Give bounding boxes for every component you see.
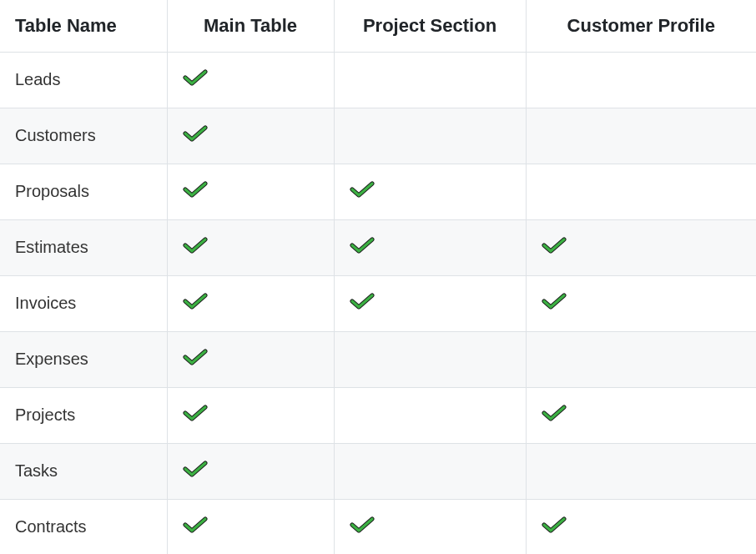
check-icon bbox=[542, 236, 567, 254]
row-name: Contracts bbox=[0, 499, 167, 554]
header-customer-profile: Customer Profile bbox=[526, 0, 756, 52]
cell-main-table bbox=[167, 443, 334, 499]
check-icon bbox=[183, 404, 208, 422]
check-icon bbox=[183, 68, 208, 87]
cell-main-table bbox=[167, 108, 334, 164]
cell-customer-profile bbox=[526, 108, 756, 164]
cell-main-table bbox=[167, 275, 334, 331]
cell-customer-profile bbox=[526, 275, 756, 331]
row-name: Customers bbox=[0, 108, 167, 164]
cell-customer-profile bbox=[526, 164, 756, 219]
row-name: Invoices bbox=[0, 275, 167, 331]
table-row: Contracts bbox=[0, 499, 756, 554]
row-name: Estimates bbox=[0, 219, 167, 275]
cell-project-section bbox=[334, 499, 526, 554]
table-row: Projects bbox=[0, 387, 756, 443]
check-icon bbox=[542, 404, 567, 422]
cell-project-section bbox=[334, 52, 526, 108]
cell-project-section bbox=[334, 164, 526, 219]
table-row: Leads bbox=[0, 52, 756, 108]
header-project-section: Project Section bbox=[334, 0, 526, 52]
cell-project-section bbox=[334, 331, 526, 387]
header-table-name: Table Name bbox=[0, 0, 167, 52]
table-row: Customers bbox=[0, 108, 756, 164]
row-name: Proposals bbox=[0, 164, 167, 219]
cell-main-table bbox=[167, 164, 334, 219]
cell-customer-profile bbox=[526, 331, 756, 387]
check-icon bbox=[350, 180, 375, 199]
check-icon bbox=[183, 460, 208, 478]
check-icon bbox=[183, 236, 208, 254]
row-name: Projects bbox=[0, 387, 167, 443]
cell-project-section bbox=[334, 387, 526, 443]
cell-main-table bbox=[167, 387, 334, 443]
check-icon bbox=[183, 348, 208, 366]
check-icon bbox=[350, 292, 375, 310]
row-name: Tasks bbox=[0, 443, 167, 499]
table-row: Expenses bbox=[0, 331, 756, 387]
cell-project-section bbox=[334, 443, 526, 499]
table-row: Proposals bbox=[0, 164, 756, 219]
check-icon bbox=[183, 292, 208, 310]
cell-customer-profile bbox=[526, 52, 756, 108]
check-icon bbox=[183, 516, 208, 534]
cell-project-section bbox=[334, 219, 526, 275]
header-main-table: Main Table bbox=[167, 0, 334, 52]
row-name: Leads bbox=[0, 52, 167, 108]
check-icon bbox=[542, 516, 567, 534]
cell-customer-profile bbox=[526, 499, 756, 554]
check-icon bbox=[350, 516, 375, 534]
table-row: Estimates bbox=[0, 219, 756, 275]
cell-main-table bbox=[167, 219, 334, 275]
cell-main-table bbox=[167, 331, 334, 387]
cell-main-table bbox=[167, 499, 334, 554]
table-header-row: Table Name Main Table Project Section Cu… bbox=[0, 0, 756, 52]
cell-customer-profile bbox=[526, 443, 756, 499]
row-name: Expenses bbox=[0, 331, 167, 387]
check-icon bbox=[350, 236, 375, 254]
table-row: Tasks bbox=[0, 443, 756, 499]
check-icon bbox=[183, 180, 208, 199]
feature-table: Table Name Main Table Project Section Cu… bbox=[0, 0, 756, 554]
cell-project-section bbox=[334, 108, 526, 164]
check-icon bbox=[183, 124, 208, 143]
check-icon bbox=[542, 292, 567, 310]
table-row: Invoices bbox=[0, 275, 756, 331]
cell-customer-profile bbox=[526, 219, 756, 275]
cell-main-table bbox=[167, 52, 334, 108]
cell-customer-profile bbox=[526, 387, 756, 443]
cell-project-section bbox=[334, 275, 526, 331]
